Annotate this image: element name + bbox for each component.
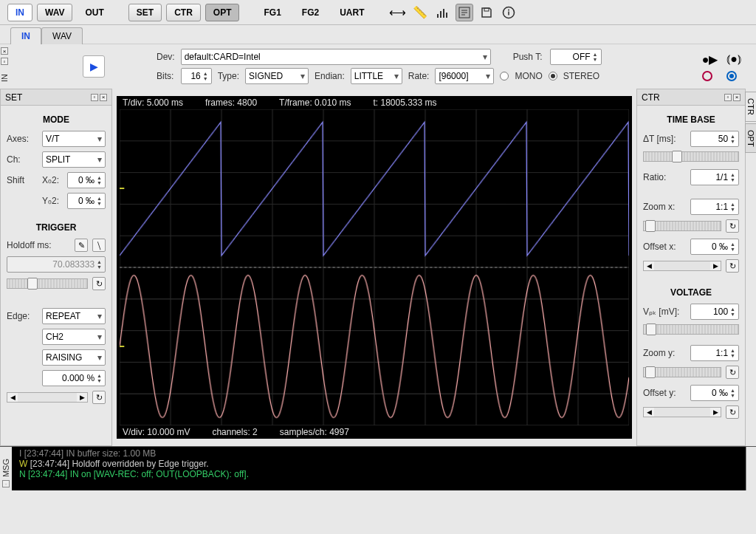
vpk-slider[interactable] [643, 324, 739, 335]
port2-jack-icon[interactable] [726, 71, 737, 81]
scope-canvas [120, 109, 629, 425]
svg-point-10 [508, 9, 509, 10]
holdoff-tool1-icon[interactable]: ✎ [75, 239, 88, 252]
play-button[interactable]: ▶ [83, 55, 105, 78]
ratio-spinner[interactable]: ▲▼ [690, 169, 739, 185]
voltage-heading: VOLTAGE [643, 287, 739, 298]
offy-scroll[interactable]: ◀▶ [643, 407, 721, 417]
mono-radio[interactable] [500, 72, 509, 81]
type-select[interactable]: SIGNED [245, 68, 309, 84]
stereo-label: STEREO [563, 71, 599, 81]
holdoff-tool2-icon[interactable]: ⧹ [92, 239, 106, 252]
pusht-label: Push T: [513, 52, 543, 62]
console-side-label: MSG [1, 459, 10, 477]
left-gutter-label: IN [0, 74, 9, 82]
pusht-spinner[interactable]: ▲▼ [550, 49, 602, 65]
zoomy-slider[interactable] [643, 367, 721, 377]
device-select[interactable]: default:CARD=Intel [181, 49, 491, 65]
right-gutter: CTR OPT [746, 89, 756, 446]
svg-rect-1 [440, 11, 441, 18]
edge-slope-select[interactable]: RAISING [42, 349, 106, 366]
ctr-close-icon[interactable]: × [733, 94, 740, 101]
rate-select[interactable]: [96000] [435, 68, 494, 84]
scope-frames: frames: 4800 [205, 97, 257, 108]
toolbar-wav-button[interactable]: WAV [37, 4, 72, 21]
axes-select[interactable]: V/T [42, 131, 106, 147]
offx-reset-icon[interactable]: ↻ [726, 259, 739, 273]
levels-icon[interactable] [433, 4, 451, 21]
toolbar-out-button[interactable]: OUT [77, 4, 111, 21]
left-gutter-top: × ▫ IN [0, 44, 9, 89]
offx-spinner[interactable]: ▲▼ [690, 239, 739, 255]
ch-label: Ch: [7, 154, 38, 165]
set-detach-icon[interactable]: ▫ [91, 94, 98, 101]
bits-spinner[interactable]: ▲▼ [181, 68, 212, 84]
console-close-icon[interactable]: × [2, 480, 10, 487]
port1-jack-icon[interactable] [702, 71, 712, 81]
stereo-radio[interactable] [549, 72, 557, 81]
ch-select[interactable]: SPLIT [42, 151, 106, 168]
zoomx-reset-icon[interactable]: ↻ [726, 219, 739, 233]
port1-top-icon[interactable]: ●▶ [702, 52, 718, 66]
console-line: W [23:47:44] Holdoff overridden by Edge … [19, 459, 752, 469]
toolbar-uart-button[interactable]: UART [331, 4, 372, 21]
edge-pct-spinner[interactable]: ▲▼ [42, 370, 106, 386]
zoomx-label: Zoom x: [643, 202, 686, 212]
type-label: Type: [218, 71, 239, 81]
y02-spinner[interactable]: ▲▼ [67, 193, 106, 209]
edge-scroll[interactable]: ◀▶ [7, 392, 88, 403]
holdoff-spinner[interactable]: ▲▼ [7, 256, 106, 273]
offy-reset-icon[interactable]: ↻ [726, 405, 739, 419]
endian-select[interactable]: LITTLE [351, 68, 402, 84]
offx-scroll[interactable]: ◀▶ [643, 261, 721, 271]
scope-vdiv: V/div: 10.000 mV [123, 427, 190, 437]
holdoff-label: Holdoff ms: [7, 240, 51, 250]
toolbar-set-button[interactable]: SET [128, 4, 162, 21]
set-close-icon[interactable]: × [100, 94, 107, 101]
ctr-panel-title: CTR [642, 92, 660, 103]
toolbar-ctr-button[interactable]: CTR [166, 4, 201, 21]
console-line: N [23:47:44] IN on [WAV-REC: off; OUT(LO… [19, 469, 752, 479]
scope-top-status: T/div: 5.000 ms frames: 4800 T/frame: 0.… [123, 97, 626, 108]
port2-top-icon[interactable]: ⦅●⦆ [726, 52, 741, 66]
notes-icon[interactable] [456, 4, 473, 21]
dt-slider[interactable] [643, 151, 739, 162]
offy-spinner[interactable]: ▲▼ [690, 385, 739, 401]
holdoff-reset-icon[interactable]: ↻ [92, 277, 106, 290]
ruler-h-icon[interactable]: ⟷ [389, 4, 407, 21]
set-panel-title: SET [5, 92, 22, 103]
toolbar-in-button[interactable]: IN [7, 4, 32, 21]
console-line: I [23:47:44] IN buffer size: 1.00 MB [19, 448, 752, 459]
zoomy-spinner[interactable]: ▲▼ [690, 345, 739, 361]
console-scrollbar[interactable] [746, 447, 756, 490]
ctr-detach-icon[interactable]: ▫ [724, 94, 732, 101]
save-icon[interactable] [478, 4, 495, 21]
scope-channels: channels: 2 [212, 427, 257, 437]
right-tab-opt[interactable]: OPT [745, 123, 756, 154]
input-tab-strip: IN WAV [0, 25, 756, 44]
ruler-v-icon[interactable]: 📏 [411, 4, 429, 21]
zoomy-reset-icon[interactable]: ↻ [726, 366, 739, 379]
tab-wav[interactable]: WAV [41, 27, 83, 44]
vpk-spinner[interactable]: ▲▼ [690, 304, 739, 320]
edge-mode-select[interactable]: REPEAT [42, 308, 106, 324]
zoomx-spinner[interactable]: ▲▼ [690, 199, 739, 215]
right-tab-ctr[interactable]: CTR [745, 92, 756, 122]
dt-spinner[interactable]: ▲▼ [690, 131, 739, 147]
holdoff-slider[interactable] [7, 278, 88, 289]
ctr-panel-header: CTR ▫× [637, 89, 745, 106]
endian-label: Endian: [315, 71, 345, 81]
x02-spinner[interactable]: ▲▼ [67, 172, 106, 188]
gutter-box-icon[interactable]: ▫ [1, 58, 8, 65]
edge-reset-icon[interactable]: ↻ [92, 391, 106, 404]
toolbar-opt-button[interactable]: OPT [205, 4, 240, 21]
edge-ch-select[interactable]: CH2 [42, 329, 106, 345]
oscilloscope-display[interactable]: T/div: 5.000 ms frames: 4800 T/frame: 0.… [117, 96, 632, 439]
toolbar-fg2-button[interactable]: FG2 [294, 4, 327, 21]
info-icon[interactable] [500, 4, 518, 21]
zoomx-slider[interactable] [643, 221, 721, 231]
gutter-close-icon[interactable]: × [1, 47, 8, 55]
toolbar-fg1-button[interactable]: FG1 [255, 4, 289, 21]
zoomy-label: Zoom y: [643, 348, 686, 358]
tab-in[interactable]: IN [10, 27, 41, 44]
